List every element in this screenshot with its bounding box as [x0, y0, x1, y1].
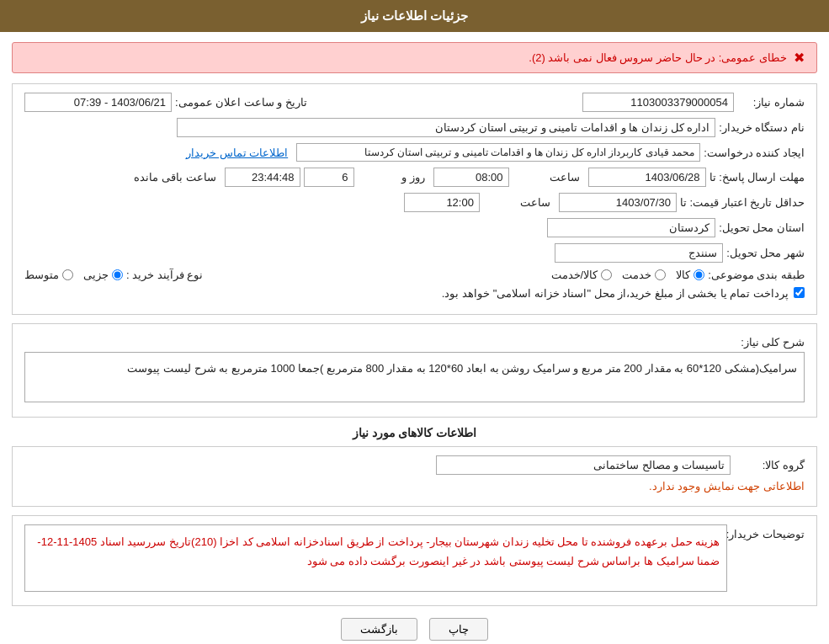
gorohkala-label: گروه کالا:	[737, 459, 805, 471]
error-message: خطای عمومی: در حال حاضر سروس فعال نمی با…	[529, 51, 787, 64]
hedaghal-time-label: ساعت	[483, 196, 550, 209]
mohlat-label: مهلت ارسال پاسخ: تا	[709, 171, 805, 184]
mohlat-time-label: ساعت	[513, 171, 580, 184]
noefar-moutaset[interactable]: متوسط	[24, 269, 73, 281]
gorohkala-value: تاسیسات و مصالح ساختمانی	[436, 455, 731, 475]
tosaif-label: توضیحات خریدار:	[734, 524, 805, 540]
page-header: جزئیات اطلاعات نیاز	[0, 0, 829, 32]
tabaghe-khedmat-radio[interactable]	[655, 269, 666, 280]
tabaghe-radio-group: کالا خدمت کالا/خدمت	[551, 269, 705, 281]
btn-row: چاپ بازگشت	[12, 618, 817, 641]
mohlat-date: 1403/06/28	[588, 168, 706, 187]
row-sharh: شرح کلی نیاز: سرامیک(مشکی 120*60 به مقدا…	[24, 333, 805, 402]
mohlat-time: 08:00	[433, 168, 509, 187]
row-pardakht: پرداخت تمام یا بخشی از مبلغ خرید،از محل …	[24, 287, 805, 300]
tabaghe-kalakhedmat-radio[interactable]	[601, 269, 612, 280]
ostan-value: کردستان	[547, 218, 715, 237]
tosaif-section: توضیحات خریدار: هزینه حمل برعهده فروشنده…	[12, 515, 817, 606]
row-ostan: استان محل تحویل: کردستان	[24, 218, 805, 237]
shahr-label: شهر محل تحویل:	[726, 247, 805, 259]
row-namdastgah: نام دستگاه خریدار: اداره کل زندان ها و ا…	[24, 118, 805, 137]
hedaghal-date: 1403/07/30	[559, 193, 677, 212]
bazgasht-button[interactable]: بازگشت	[341, 618, 417, 641]
sharh-value: سرامیک(مشکی 120*60 به مقدار 200 متر مربع…	[24, 352, 805, 402]
tarikh-label: تاریخ و ساعت اعلان عمومی:	[175, 96, 307, 109]
row-shahr: شهر محل تحویل: سنندج	[24, 243, 805, 263]
tabaghe-kalakhedmat-label: کالا/خدمت	[551, 269, 598, 281]
kalainfo-title: اطلاعات کالاهای مورد نیاز	[12, 426, 817, 439]
tabaghe-khedmat-label: خدمت	[622, 269, 651, 281]
ijad-value: محمد قیادی کاربرداز اداره کل زندان ها و …	[296, 143, 700, 162]
noefar-label: نوع فرآیند خرید :	[126, 269, 203, 281]
sharh-label: شرح کلی نیاز:	[737, 333, 805, 349]
hedaghal-time: 12:00	[404, 193, 480, 212]
pardakht-text: پرداخت تمام یا بخشی از مبلغ خرید،از محل …	[442, 287, 789, 300]
row-shomare: شماره نیاز: 1103003379000054 تاریخ و ساع…	[24, 93, 805, 112]
mohlat-countdown: 23:44:48	[225, 168, 300, 187]
noefar-moutaset-label: متوسط	[24, 269, 59, 281]
shomare-niaz-value: 1103003379000054	[582, 93, 734, 112]
error-icon: ✖	[794, 50, 805, 66]
sharh-section: شرح کلی نیاز: سرامیک(مشکی 120*60 به مقدا…	[12, 323, 817, 418]
namdastgah-value: اداره کل زندان ها و اقدامات تامینی و ترب…	[177, 118, 715, 137]
page-wrapper: جزئیات اطلاعات نیاز ✖ خطای عمومی: در حال…	[0, 0, 829, 644]
shomare-niaz-label: شماره نیاز:	[737, 96, 805, 109]
tabaghe-label: طبقه بندی موضوعی:	[708, 269, 805, 281]
ijad-label: ایجاد کننده درخواست:	[704, 146, 805, 159]
gorohkala-section: گروه کالا: تاسیسات و مصالح ساختمانی اطلا…	[12, 446, 817, 507]
tabaghe-kala-radio[interactable]	[693, 269, 704, 280]
chap-button[interactable]: چاپ	[429, 618, 488, 641]
tabaghe-kalakhedmat[interactable]: کالا/خدمت	[551, 269, 613, 281]
row-hedaghal: حداقل تاریخ اعتبار قیمت: تا 1403/07/30 س…	[24, 193, 805, 212]
tabaghe-kala[interactable]: کالا	[676, 269, 704, 281]
row-tabaghe: طبقه بندی موضوعی: کالا خدمت کالا/خدمت	[24, 269, 805, 281]
ostan-label: استان محل تحویل:	[719, 221, 805, 234]
namdastgah-label: نام دستگاه خریدار:	[719, 121, 805, 134]
page-title: جزئیات اطلاعات نیاز	[361, 8, 468, 23]
no-info-text: اطلاعاتی جهت نمایش وجود ندارد.	[24, 480, 805, 492]
row-tosaif: توضیحات خریدار: هزینه حمل برعهده فروشنده…	[24, 524, 805, 592]
mohlat-roz: 6	[304, 168, 354, 187]
mohlat-baghimande-label: ساعت باقی مانده	[134, 171, 215, 184]
noefar-jozii[interactable]: جزیی	[83, 269, 123, 281]
mohlat-roz-label: روز و	[358, 171, 425, 184]
tabaghe-kala-label: کالا	[676, 269, 690, 281]
row-ijad: ایجاد کننده درخواست: محمد قیادی کاربرداز…	[24, 143, 805, 162]
noefar-jozii-radio[interactable]	[112, 269, 123, 280]
hedaghal-label: حداقل تاریخ اعتبار قیمت: تا	[680, 196, 805, 209]
noefar-moutaset-radio[interactable]	[62, 269, 73, 280]
info-section: شماره نیاز: 1103003379000054 تاریخ و ساع…	[12, 83, 817, 315]
tarikh-value: 1403/06/21 - 07:39	[24, 93, 172, 112]
main-content: شماره نیاز: 1103003379000054 تاریخ و ساع…	[0, 83, 829, 644]
error-bar: ✖ خطای عمومی: در حال حاضر سروس فعال نمی …	[12, 42, 817, 73]
shahr-value: سنندج	[555, 243, 723, 263]
noefar-jozii-label: جزیی	[83, 269, 109, 281]
tosaif-value: هزینه حمل برعهده فروشنده تا محل تخلیه زن…	[24, 524, 727, 592]
tabaghe-khedmat[interactable]: خدمت	[622, 269, 666, 281]
noefar-radio-group: جزیی متوسط	[24, 269, 123, 281]
row-gorohkala: گروه کالا: تاسیسات و مصالح ساختمانی	[24, 455, 805, 475]
ijad-link[interactable]: اطلاعات تماس خریدار	[186, 146, 288, 159]
pardakht-checkbox[interactable]	[794, 287, 805, 298]
row-mohlat: مهلت ارسال پاسخ: تا 1403/06/28 ساعت 08:0…	[24, 168, 805, 187]
